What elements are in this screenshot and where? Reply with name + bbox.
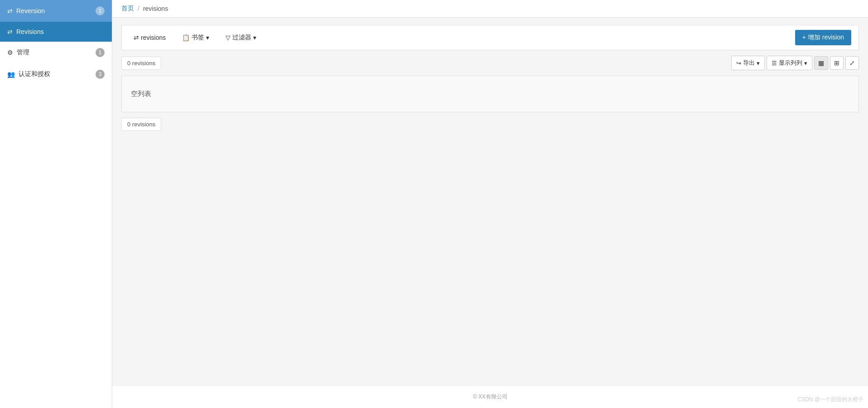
breadcrumb-home[interactable]: 首页 xyxy=(121,5,134,13)
bookmarks-button[interactable]: 📋 书签 ▾ xyxy=(177,31,214,44)
watermark: CSDN @一个甜甜的大橙子 xyxy=(797,396,863,403)
manage-icon: ⚙ xyxy=(7,49,13,56)
sidebar-item-manage-label: 管理 xyxy=(17,48,29,57)
auth-badge: 3 xyxy=(96,70,105,79)
sidebar-item-auth[interactable]: 👥 认证和授权 3 xyxy=(0,63,112,85)
display-chevron: ▾ xyxy=(804,60,807,67)
revisions-toolbar-button[interactable]: ⇄ revisions xyxy=(129,31,170,44)
sidebar-item-reversion-label: Reversion xyxy=(16,7,45,14)
add-revision-button[interactable]: + 增加 revision xyxy=(795,30,851,45)
count-bar-bottom: 0 revisions xyxy=(121,118,859,131)
bookmark-icon: 📋 xyxy=(182,34,190,41)
empty-message: 空列表 xyxy=(131,90,151,97)
bookmarks-chevron: ▾ xyxy=(206,34,209,41)
bottom-count-badge: 0 revisions xyxy=(121,118,161,131)
empty-state: 空列表 xyxy=(121,76,859,112)
grid-icon: ▦ xyxy=(818,59,824,67)
revisions-toolbar-label: revisions xyxy=(141,34,166,41)
sidebar: ⇄ Reversion 1 ⇄ Revisions ⚙ 管理 1 👥 认证和授权… xyxy=(0,0,112,408)
display-icon: ☰ xyxy=(772,60,777,67)
bookmarks-label: 书签 xyxy=(192,34,204,42)
sidebar-item-auth-label: 认证和授权 xyxy=(19,70,50,78)
export-label: 导出 xyxy=(743,59,755,67)
breadcrumb-current: revisions xyxy=(143,5,168,12)
expand-icon: ⤢ xyxy=(849,59,855,67)
sidebar-item-reversion[interactable]: ⇄ Reversion 1 xyxy=(0,0,112,22)
breadcrumb-separator: / xyxy=(138,5,139,12)
toolbar-left: ⇄ revisions 📋 书签 ▾ ▽ 过滤器 ▾ xyxy=(129,31,261,44)
filter-label: 过滤器 xyxy=(232,34,251,42)
list-icon: ⊞ xyxy=(834,59,839,67)
filter-button[interactable]: ▽ 过滤器 ▾ xyxy=(221,31,261,44)
watermark-text: CSDN @一个甜甜的大橙子 xyxy=(797,396,863,403)
view-controls: ↪ 导出 ▾ ☰ 显示列列 ▾ ▦ ⊞ xyxy=(731,56,859,70)
display-label: 显示列列 xyxy=(779,59,802,67)
add-revision-label: + 增加 revision xyxy=(802,34,844,42)
auth-icon: 👥 xyxy=(7,71,15,78)
export-icon: ↪ xyxy=(736,60,741,67)
revisions-icon: ⇄ xyxy=(7,28,13,35)
main-content: 首页 / revisions ⇄ revisions 📋 书签 ▾ xyxy=(112,0,868,408)
toolbar: ⇄ revisions 📋 书签 ▾ ▽ 过滤器 ▾ + 增加 xyxy=(121,25,859,50)
breadcrumb: 首页 / revisions xyxy=(112,0,868,18)
filter-icon: ▽ xyxy=(225,34,230,41)
list-view-button[interactable]: ⊞ xyxy=(830,56,844,70)
top-count-badge: 0 revisions xyxy=(121,57,161,70)
content-area: ⇄ revisions 📋 书签 ▾ ▽ 过滤器 ▾ + 增加 xyxy=(112,18,868,385)
filter-chevron: ▾ xyxy=(253,34,256,41)
manage-badge: 1 xyxy=(96,48,105,57)
footer-text: © XX有限公司 xyxy=(473,394,507,400)
sidebar-item-revisions-label: Revisions xyxy=(16,28,44,35)
export-button[interactable]: ↪ 导出 ▾ xyxy=(731,56,765,70)
display-columns-button[interactable]: ☰ 显示列列 ▾ xyxy=(767,56,812,70)
expand-button[interactable]: ⤢ xyxy=(845,56,859,70)
sidebar-item-revisions[interactable]: ⇄ Revisions xyxy=(0,22,112,42)
sidebar-item-manage[interactable]: ⚙ 管理 1 xyxy=(0,42,112,63)
footer: © XX有限公司 xyxy=(112,385,868,408)
export-chevron: ▾ xyxy=(757,60,760,67)
count-bar-top: 0 revisions ↪ 导出 ▾ ☰ 显示列列 ▾ ▦ xyxy=(121,56,859,70)
reversion-badge: 1 xyxy=(96,6,105,15)
reversion-icon: ⇄ xyxy=(7,7,13,14)
grid-view-button[interactable]: ▦ xyxy=(814,56,828,70)
revisions-toolbar-icon: ⇄ xyxy=(134,34,139,41)
